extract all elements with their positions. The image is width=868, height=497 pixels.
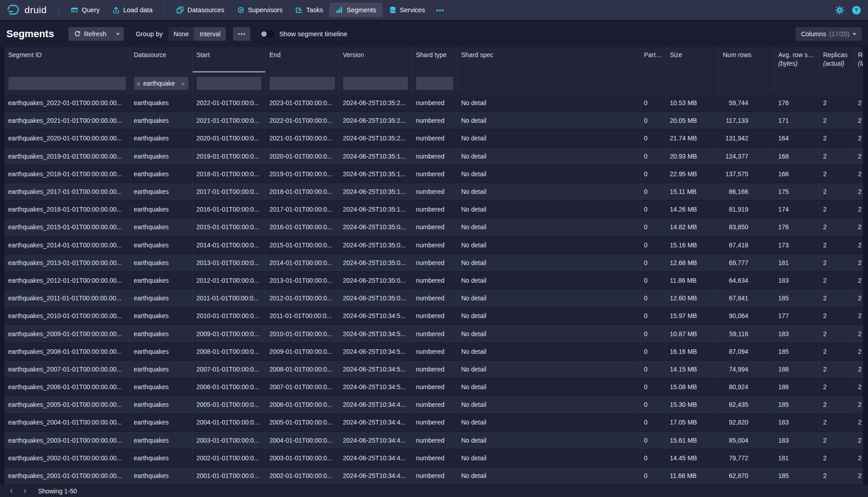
cell-replication_factor: 2 <box>854 343 863 361</box>
table-header-row: Segment IDDatasourceStartEndVersionShard… <box>5 47 863 72</box>
nav-item-datasources[interactable]: Datasources <box>170 3 230 17</box>
cell-id[interactable]: earthquakes_2004-01-01T00:00:00.00... <box>5 414 130 431</box>
filter-input-start[interactable] <box>196 77 262 90</box>
nav-item-supervisors[interactable]: Supervisors <box>231 3 289 17</box>
cell-avg_row_size: 177 <box>775 307 819 325</box>
previous-page-button[interactable]: ‹ <box>5 486 18 496</box>
more-options-button[interactable]: ••• <box>233 27 250 41</box>
group-by-none-button[interactable]: None <box>168 27 194 41</box>
cell-id[interactable]: earthquakes_2021-01-01T00:00:00.00... <box>5 112 130 130</box>
cell-id[interactable]: earthquakes_2010-01-01T00:00:00.00... <box>5 307 130 325</box>
cell-id[interactable]: earthquakes_2008-01-01T00:00:00.00... <box>5 343 130 361</box>
cell-id[interactable]: earthquakes_2018-01-01T00:00:00.00... <box>5 165 130 183</box>
nav-item-label: Services <box>400 6 425 14</box>
cell-id[interactable]: earthquakes_2005-01-01T00:00:00.00... <box>5 396 130 414</box>
nav-item-label: Query <box>82 6 100 14</box>
cell-size: 14.26 MB <box>666 201 719 218</box>
cell-end: 2007-01-01T00:00:0... <box>266 378 339 396</box>
cell-id[interactable]: earthquakes_2017-01-01T00:00:00.00... <box>5 183 130 201</box>
column-header-avg_row_size[interactable]: Avg. row size(bytes) <box>775 47 819 72</box>
column-header-replicas[interactable]: Replicas(actual) <box>819 47 854 72</box>
cell-id[interactable]: earthquakes_2006-01-01T00:00:00.00... <box>5 378 130 396</box>
cell-replicas: 2 <box>819 165 854 183</box>
clear-filter-icon[interactable]: × <box>180 80 186 87</box>
refresh-split-button: Refresh <box>68 27 124 41</box>
cell-start: 2019-01-01T00:00:0... <box>193 148 266 165</box>
duplicate-icon <box>176 6 184 14</box>
cell-version: 2024-06-25T10:34:4... <box>339 449 412 467</box>
cell-id[interactable]: earthquakes_2019-01-01T00:00:00.00... <box>5 148 130 165</box>
columns-picker-button[interactable]: Columns (17/20) <box>795 27 862 41</box>
cell-shard_spec: No detail <box>458 254 640 272</box>
nav-item-query[interactable]: Query <box>64 3 106 17</box>
cell-replication_factor: 2 <box>854 148 863 165</box>
nav-item-load-data[interactable]: Load data <box>106 3 159 17</box>
column-header-start[interactable]: Start <box>193 47 266 72</box>
cell-shard_type: numbered <box>412 449 458 467</box>
cell-id[interactable]: earthquakes_2022-01-01T00:00:00.00... <box>5 94 130 112</box>
cell-id[interactable]: earthquakes_2012-01-01T00:00:00.00... <box>5 272 130 290</box>
group-by-interval-button[interactable]: Interval <box>194 27 226 41</box>
cell-id[interactable]: earthquakes_2016-01-01T00:00:00.00... <box>5 201 130 218</box>
table-row: earthquakes_2015-01-01T00:00:00.00...ear… <box>5 218 863 236</box>
column-header-id[interactable]: Segment ID <box>5 47 130 72</box>
table-row: earthquakes_2019-01-01T00:00:00.00...ear… <box>5 148 863 165</box>
nav-item-segments[interactable]: Segments <box>329 3 382 17</box>
column-header-end[interactable]: End <box>266 47 339 72</box>
segment-timeline-toggle-group: Show segment timeline <box>260 30 347 38</box>
column-header-num_rows[interactable]: Num rows <box>719 47 775 72</box>
cell-shard_spec: No detail <box>458 467 640 485</box>
cell-end: 2005-01-01T00:00:0... <box>266 414 339 431</box>
nav-item-services[interactable]: Services <box>383 3 432 17</box>
column-header-shard_spec[interactable]: Shard spec <box>458 47 640 72</box>
cell-id[interactable]: earthquakes_2007-01-01T00:00:00.00... <box>5 361 130 378</box>
cell-num_rows: 80,924 <box>719 378 775 396</box>
column-header-partition[interactable]: Partition <box>640 47 666 72</box>
filter-input-end[interactable] <box>269 77 335 90</box>
column-header-datasource[interactable]: Datasource <box>130 47 193 72</box>
column-header-size[interactable]: Size <box>666 47 719 72</box>
cell-replicas: 2 <box>819 218 854 236</box>
cell-end: 2010-01-01T00:00:0... <box>266 325 339 343</box>
filter-input-id[interactable] <box>8 77 126 90</box>
cell-num_rows: 117,133 <box>719 112 775 130</box>
cell-id[interactable]: earthquakes_2015-01-01T00:00:00.00... <box>5 218 130 236</box>
druid-logo[interactable]: druid <box>6 3 47 17</box>
filter-input-datasource[interactable]: ≡earthquake× <box>134 77 189 90</box>
nav-divider <box>59 5 59 15</box>
filter-input-shard_type[interactable] <box>416 77 454 90</box>
cell-replication_factor: 2 <box>854 183 863 201</box>
cell-id[interactable]: earthquakes_2014-01-01T00:00:00.00... <box>5 236 130 254</box>
cell-id[interactable]: earthquakes_2003-01-01T00:00:00.00... <box>5 432 130 449</box>
nav-item-label: Load data <box>123 6 153 14</box>
filter-input-version[interactable] <box>343 77 408 90</box>
cell-id[interactable]: earthquakes_2002-01-01T00:00:00.00... <box>5 449 130 467</box>
cell-id[interactable]: earthquakes_2020-01-01T00:00:00.00... <box>5 130 130 147</box>
cell-id[interactable]: earthquakes_2001-01-01T00:00:00.00... <box>5 467 130 485</box>
cell-replicas: 2 <box>819 343 854 361</box>
cell-version: 2024-06-25T10:35:2... <box>339 130 412 147</box>
column-header-shard_type[interactable]: Shard type <box>412 47 458 72</box>
cell-version: 2024-06-25T10:34:4... <box>339 432 412 449</box>
column-header-version[interactable]: Version <box>339 47 412 72</box>
cell-avg_row_size: 188 <box>775 361 819 378</box>
refresh-interval-dropdown[interactable] <box>112 27 124 41</box>
cell-replication_factor: 2 <box>854 272 863 290</box>
cell-start: 2007-01-01T00:00:0... <box>193 361 266 378</box>
nav-item-tasks[interactable]: Tasks <box>289 3 329 17</box>
help-button[interactable]: ? <box>852 6 861 14</box>
cell-id[interactable]: earthquakes_2011-01-01T00:00:00.00... <box>5 290 130 307</box>
cell-version: 2024-06-25T10:34:5... <box>339 378 412 396</box>
cell-id[interactable]: earthquakes_2009-01-01T00:00:00.00... <box>5 325 130 343</box>
cell-id[interactable]: earthquakes_2013-01-01T00:00:00.00... <box>5 254 130 272</box>
next-page-button[interactable]: › <box>18 486 32 496</box>
cell-shard_type: numbered <box>412 94 458 112</box>
column-header-replication_factor[interactable]: Replication factor(target) <box>854 47 863 72</box>
cell-shard_spec: No detail <box>458 165 640 183</box>
cell-size: 10.53 MB <box>666 94 719 112</box>
show-timeline-switch[interactable] <box>260 30 275 38</box>
table-row: earthquakes_2003-01-01T00:00:00.00...ear… <box>5 432 863 449</box>
settings-button[interactable] <box>835 6 844 14</box>
refresh-button[interactable]: Refresh <box>68 27 112 41</box>
nav-more-button[interactable]: ••• <box>431 3 449 17</box>
